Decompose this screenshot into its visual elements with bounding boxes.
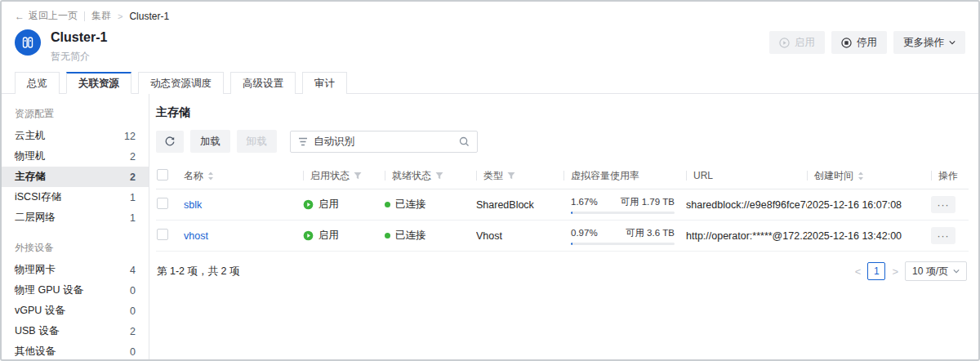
sidebar-item-l2-network[interactable]: 二层网络 1 [2, 207, 149, 228]
page-size-select[interactable]: 10 项/页 [905, 261, 967, 281]
select-all-checkbox[interactable] [157, 169, 168, 180]
sidebar-item-other-devices[interactable]: 其他设备 0 [2, 341, 149, 359]
status-dot-icon [385, 202, 390, 207]
divider [84, 11, 85, 21]
sort-icon[interactable] [207, 172, 214, 180]
filter-icon[interactable] [435, 172, 443, 180]
play-circle-icon [303, 230, 314, 241]
ready-status: 已连接 [385, 229, 476, 243]
refresh-icon [164, 136, 176, 147]
filter-icon[interactable] [354, 172, 362, 180]
tab-advanced-settings[interactable]: 高级设置 [230, 72, 296, 94]
created-time: 2025-12-16 16:07:08 [807, 199, 931, 211]
search-input[interactable] [314, 136, 453, 147]
search-icon[interactable] [459, 136, 470, 147]
breadcrumb-current: Cluster-1 [129, 11, 169, 22]
disable-button[interactable]: 停用 [831, 31, 887, 54]
col-enable-status[interactable]: 启用状态 [303, 169, 385, 183]
app-window: ← 返回上一页 集群 > Cluster-1 Cluster-1 暂无简介 [0, 0, 980, 361]
capacity-usage: 1.67% 可用 1.79 TB [564, 196, 686, 214]
toolbar: 加载 卸载 [156, 130, 969, 153]
section-title: 主存储 [156, 105, 969, 120]
usage-progressbar [571, 212, 675, 214]
storage-type: SharedBlock [476, 199, 564, 211]
main-content: 主存储 加载 卸载 [149, 94, 978, 359]
search-box[interactable] [290, 131, 478, 153]
refresh-button[interactable] [156, 131, 184, 153]
sidebar-item-physical-gpu[interactable]: 物理 GPU 设备 0 [2, 280, 149, 301]
sidebar-item-vgpu[interactable]: vGPU 设备 0 [2, 301, 149, 321]
col-ready-status[interactable]: 就绪状态 [385, 169, 476, 183]
created-time: 2025-12-16 13:42:00 [807, 230, 931, 242]
sidebar-item-usb[interactable]: USB 设备 2 [2, 321, 149, 341]
available-capacity: 可用 1.79 TB [621, 196, 675, 208]
ready-status: 已连接 [385, 198, 476, 212]
stop-circle-icon [841, 38, 852, 48]
chevron-right-icon: > [118, 11, 122, 21]
col-type[interactable]: 类型 [476, 169, 564, 183]
row-checkbox[interactable] [157, 198, 168, 209]
prev-page-button[interactable]: < [855, 265, 862, 278]
sidebar-section-title: 资源配置 [2, 102, 149, 126]
sidebar-item-iscsi-storage[interactable]: iSCSI存储 1 [2, 187, 149, 207]
col-capacity-usage: 虚拟容量使用率 [564, 169, 686, 183]
pagination: < 1 > 10 项/页 [855, 261, 967, 281]
back-link[interactable]: ← 返回上一页 [15, 9, 78, 23]
table-row: vhost 启用 已连接 Vhost [156, 221, 969, 252]
breadcrumb-cluster-link[interactable]: 集群 [91, 9, 111, 23]
filter-icon[interactable] [507, 172, 515, 180]
table-footer: 第 1-2 项，共 2 项 < 1 > 10 项/页 [156, 252, 969, 281]
storage-url: http://operator:*****@172.25... [686, 230, 807, 242]
unload-button[interactable]: 卸载 [237, 130, 277, 153]
sidebar-item-primary-storage[interactable]: 主存储 2 [2, 167, 149, 187]
tab-overview[interactable]: 总览 [15, 72, 60, 94]
table-header: 名称 启用状态 就绪状态 [156, 163, 969, 189]
storage-table: 名称 启用状态 就绪状态 [156, 163, 969, 252]
row-more-button[interactable]: ··· [931, 196, 956, 213]
chevron-down-icon [953, 268, 960, 274]
col-url: URL [686, 170, 807, 181]
load-button[interactable]: 加载 [190, 130, 230, 153]
col-operations: 操作 [931, 169, 969, 183]
filter-lines-icon [298, 137, 308, 146]
page-header: Cluster-1 暂无简介 启用 停用 更多操作 [2, 25, 978, 70]
col-created-time[interactable]: 创建时间 [807, 169, 931, 183]
col-name[interactable]: 名称 [184, 169, 303, 183]
enable-button[interactable]: 启用 [769, 31, 825, 54]
play-circle-icon [779, 38, 790, 48]
chevron-down-icon [949, 39, 956, 46]
usage-percent: 1.67% [571, 197, 598, 207]
tab-related-resources[interactable]: 关联资源 [66, 72, 131, 94]
storage-type: Vhost [476, 230, 564, 242]
status-dot-icon [385, 233, 390, 238]
usage-progressbar [571, 243, 675, 245]
cluster-icon [21, 36, 34, 49]
next-page-button[interactable]: > [892, 265, 898, 278]
resource-sidebar: 资源配置 云主机 12 物理机 2 主存储 2 iSCSI存储 1 二层网络 1 [2, 94, 149, 359]
row-checkbox[interactable] [157, 229, 168, 240]
sidebar-item-physical-nic[interactable]: 物理网卡 4 [2, 260, 149, 280]
row-more-button[interactable]: ··· [931, 227, 956, 244]
more-actions-button[interactable]: 更多操作 [893, 31, 965, 54]
storage-name-link[interactable]: sblk [184, 199, 202, 211]
sort-icon[interactable] [858, 172, 864, 180]
page-title: Cluster-1 [51, 29, 769, 46]
back-label: 返回上一页 [29, 9, 78, 23]
play-circle-icon [303, 199, 314, 210]
sidebar-item-hosts[interactable]: 物理机 2 [2, 146, 149, 167]
page-subtitle: 暂无简介 [51, 50, 769, 64]
sidebar-item-vms[interactable]: 云主机 12 [2, 126, 149, 146]
tab-audit[interactable]: 审计 [302, 72, 347, 94]
page-number-button[interactable]: 1 [867, 262, 885, 280]
storage-name-link[interactable]: vhost [184, 230, 208, 242]
enable-status: 启用 [303, 198, 385, 212]
sidebar-section-title: 外接设备 [2, 236, 149, 260]
usage-percent: 0.97% [571, 228, 598, 238]
back-arrow-icon: ← [15, 11, 24, 22]
header-actions: 启用 停用 更多操作 [769, 31, 965, 54]
capacity-usage: 0.97% 可用 3.6 TB [564, 227, 686, 245]
tab-drs[interactable]: 动态资源调度 [138, 72, 224, 94]
breadcrumb: ← 返回上一页 集群 > Cluster-1 [2, 2, 978, 25]
table-row: sblk 启用 已连接 SharedBlock [156, 189, 969, 221]
cluster-avatar [15, 29, 41, 56]
